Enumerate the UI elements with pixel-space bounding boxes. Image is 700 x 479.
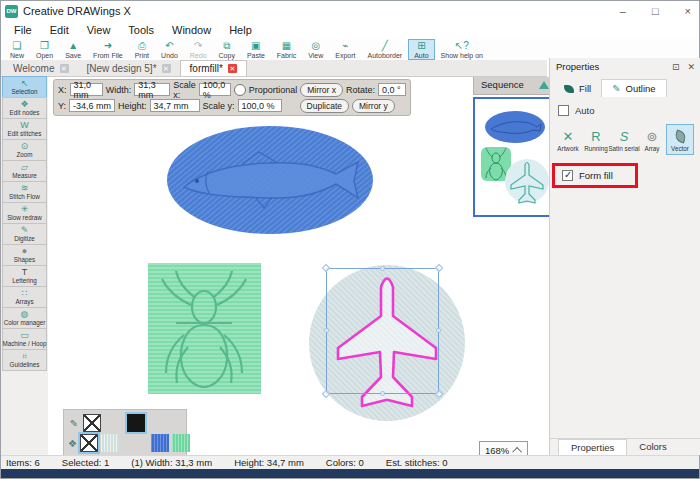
paste-button[interactable]: ▣Paste bbox=[241, 39, 271, 60]
mirror-y-button[interactable]: Mirror y bbox=[352, 99, 395, 113]
duplicate-button[interactable]: Duplicate bbox=[300, 99, 349, 113]
zoom-level-value: 168% bbox=[485, 445, 509, 455]
stitch-type-satin-serial[interactable]: S Satin serial bbox=[610, 124, 638, 155]
minimize-icon[interactable]: – bbox=[620, 5, 626, 17]
y-position-field[interactable]: -34,6 mm bbox=[69, 99, 115, 112]
auto-checkbox[interactable] bbox=[558, 105, 569, 116]
sequence-header[interactable]: Sequence bbox=[473, 77, 549, 95]
tab-welcome-close-icon[interactable]: ✕ bbox=[60, 64, 69, 73]
bottom-tab-properties[interactable]: Properties bbox=[558, 439, 627, 455]
tool-lettering[interactable]: TLettering bbox=[2, 265, 47, 287]
tool-shapes[interactable]: ●Shapes bbox=[2, 244, 47, 266]
show-help-button[interactable]: ↖?Show help on bbox=[435, 39, 489, 60]
tool-stitch-flow[interactable]: ≋Stitch Flow bbox=[2, 181, 47, 203]
maximize-icon[interactable]: □ bbox=[652, 5, 659, 17]
stitch-type-vector[interactable]: Vector bbox=[666, 124, 694, 155]
slow-redraw-icon: ✳ bbox=[21, 205, 29, 214]
tool-edit-nodes[interactable]: ❖Edit nodes bbox=[2, 97, 47, 119]
scale-x-field[interactable]: 100,0 % bbox=[199, 83, 231, 96]
autoborder-button[interactable]: ╱Autoborder bbox=[362, 39, 409, 60]
fill-blob-icon: ❖ bbox=[68, 438, 77, 449]
stitch-type-running[interactable]: R Running bbox=[582, 124, 610, 155]
fill-light-swatch[interactable] bbox=[101, 434, 119, 452]
tab-welcome[interactable]: Welcome ✕ bbox=[4, 60, 78, 76]
from-file-button[interactable]: ➜From File bbox=[87, 39, 129, 60]
menu-file[interactable]: File bbox=[5, 22, 41, 38]
menu-edit[interactable]: Edit bbox=[41, 22, 78, 38]
proportional-radio[interactable] bbox=[234, 84, 246, 96]
zoom-level-control[interactable]: 168% bbox=[479, 441, 528, 455]
selection-handle-w[interactable] bbox=[324, 328, 329, 333]
redo-button[interactable]: ↷Redo bbox=[184, 39, 213, 60]
tab-formfill-close-icon[interactable]: ✕ bbox=[228, 64, 237, 73]
tool-selection[interactable]: ↖Selection bbox=[2, 76, 47, 98]
tool-guidelines[interactable]: ⌗Guidelines bbox=[2, 349, 47, 371]
auto-checkbox-row[interactable]: Auto bbox=[550, 97, 700, 122]
tab-new-design[interactable]: [New design 5]* ✕ bbox=[78, 60, 180, 76]
tool-zoom[interactable]: ⊙Zoom bbox=[2, 139, 47, 161]
tab-fill[interactable]: Fill bbox=[554, 80, 601, 97]
tool-machine-hoop[interactable]: ▭Machine / Hoop bbox=[2, 328, 47, 350]
undo-button[interactable]: ↶Undo bbox=[155, 39, 184, 60]
fill-blue-swatch[interactable] bbox=[151, 434, 169, 452]
panel-close-icon[interactable]: ✕ bbox=[687, 62, 695, 72]
satin-serial-icon: S bbox=[620, 128, 629, 144]
fill-no-color-swatch[interactable] bbox=[80, 434, 98, 452]
tool-digitize[interactable]: ✎Digitize bbox=[2, 223, 47, 245]
dock-pin-icon[interactable]: ⊡ bbox=[672, 62, 680, 72]
menu-window[interactable]: Window bbox=[163, 22, 220, 38]
selection-handle-e[interactable] bbox=[436, 328, 441, 333]
undo-arrow-icon: ↶ bbox=[165, 41, 173, 51]
menu-help[interactable]: Help bbox=[220, 22, 261, 38]
design-canvas[interactable]: X: 31,0 mm Width: 31,3 mm Scale x: 100,0… bbox=[48, 77, 549, 455]
fill-green-swatch[interactable] bbox=[172, 434, 190, 452]
menu-tools[interactable]: Tools bbox=[119, 22, 163, 38]
outline-no-color-swatch[interactable] bbox=[83, 414, 101, 432]
copy-button[interactable]: ⧉Copy bbox=[213, 39, 241, 60]
artwork-x-icon: ✕ bbox=[563, 128, 574, 144]
auto-button[interactable]: ⊞Auto bbox=[408, 39, 434, 60]
collapse-triangle-icon[interactable] bbox=[539, 81, 549, 89]
bottom-tab-colors[interactable]: Colors bbox=[627, 439, 678, 455]
tool-slow-redraw[interactable]: ✳Slow redraw bbox=[2, 202, 47, 224]
new-button[interactable]: ❏New bbox=[4, 39, 30, 60]
scale-y-field[interactable]: 100,0 % bbox=[238, 99, 282, 112]
palette-icon: ◍ bbox=[21, 310, 29, 319]
selection-handle-s[interactable] bbox=[380, 391, 385, 396]
width-field[interactable]: 31,3 mm bbox=[134, 83, 170, 96]
menu-bar: File Edit View Tools Window Help bbox=[1, 21, 699, 39]
tab-new-design-close-icon[interactable]: ✕ bbox=[162, 64, 171, 73]
selection-bounding-box[interactable] bbox=[326, 268, 439, 394]
print-button[interactable]: ⎙Print bbox=[129, 39, 155, 60]
fill-color-row: ❖ bbox=[68, 433, 182, 453]
menu-view[interactable]: View bbox=[78, 22, 120, 38]
height-field[interactable]: 34,7 mm bbox=[150, 99, 200, 112]
tool-edit-stitches[interactable]: WEdit stitches bbox=[2, 118, 47, 140]
chevron-up-icon[interactable] bbox=[512, 447, 522, 455]
tool-measure[interactable]: ▱Measure bbox=[2, 160, 47, 182]
taskbar-strip bbox=[1, 469, 699, 478]
mirror-x-button[interactable]: Mirror x bbox=[300, 83, 343, 97]
fish-oval-design[interactable] bbox=[164, 123, 376, 237]
stitch-type-artwork[interactable]: ✕ Artwork bbox=[554, 124, 582, 155]
selection-handle-n[interactable] bbox=[380, 266, 385, 271]
open-button[interactable]: ❐Open bbox=[30, 39, 59, 60]
array-icon: ⊚ bbox=[647, 128, 658, 144]
stitch-type-array[interactable]: ⊚ Array bbox=[638, 124, 666, 155]
view-button[interactable]: ◎View bbox=[302, 39, 329, 60]
close-icon[interactable]: × bbox=[685, 5, 691, 17]
x-position-field[interactable]: 31,0 mm bbox=[70, 83, 103, 96]
properties-panel: Properties ⊡ ✕ Fill ✎ Outline Auto ✕ Art… bbox=[549, 58, 700, 455]
tool-arrays[interactable]: ∷Arrays bbox=[2, 286, 47, 308]
save-button[interactable]: ▲Save bbox=[59, 39, 87, 60]
tab-outline[interactable]: ✎ Outline bbox=[601, 79, 667, 97]
tool-color-manager[interactable]: ◍Color manager bbox=[2, 307, 47, 329]
outline-black-swatch[interactable] bbox=[127, 414, 145, 432]
export-button[interactable]: ⌁Export bbox=[329, 39, 361, 60]
rotate-field[interactable]: 0,0 ° bbox=[378, 83, 406, 96]
sequence-thumbnail[interactable] bbox=[473, 97, 549, 217]
spider-square-design[interactable] bbox=[148, 263, 261, 394]
form-fill-checkbox[interactable] bbox=[562, 170, 573, 181]
tab-formfill[interactable]: formfill* ✕ bbox=[180, 60, 247, 76]
fabric-button[interactable]: ▦Fabric bbox=[271, 39, 302, 60]
